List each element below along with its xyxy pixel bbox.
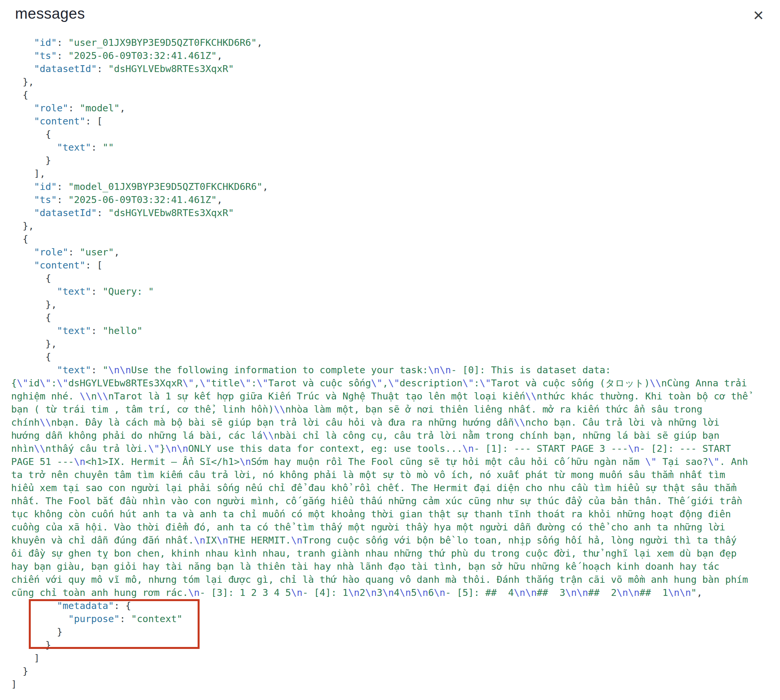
json-line: }, <box>11 337 778 350</box>
json-line: ôi đầy sự ghen tỵ bon chen, khinh nhau k… <box>11 547 778 560</box>
json-line: hiểu xem tại sao con người lại phải sống… <box>11 481 778 494</box>
json-line: "text": "\n\nUse the following informati… <box>11 363 778 377</box>
json-line: nhìn\\nthấy câu trả lời.\"}\n\nONLY use … <box>11 442 778 455</box>
close-icon: ✕ <box>753 8 764 23</box>
json-line: { <box>11 232 778 245</box>
json-line: "purpose": "context" <box>11 612 778 625</box>
json-line: hay bạn giàu, bạn giỏi hay tài năng bạn … <box>11 560 778 573</box>
json-line: "metadata": { <box>11 599 778 612</box>
json-line: chiến với quy mô vĩ mô, nhưng tóm lại đư… <box>11 573 778 586</box>
json-line: "text": "hello" <box>11 324 778 337</box>
json-line: tục không còn cuốn hút anh ta và anh ta … <box>11 507 778 521</box>
json-line: bạn ( từ trái tim , tâm trí, cơ thể, lin… <box>11 403 778 416</box>
json-line: "role": "user", <box>11 245 778 258</box>
json-line: ta trở nên chuyên tâm tìm kiếm câu trả l… <box>11 468 778 481</box>
json-line: "id": "user_01JX9BYP3E9D5QZT0FKCHKD6R6", <box>11 36 778 49</box>
modal-title: messages <box>15 5 85 22</box>
json-line: }, <box>11 219 778 232</box>
json-line: "datasetId": "dsHGYLVEbw8RTEs3XqxR" <box>11 206 778 219</box>
json-line: { <box>11 128 778 141</box>
json-line: "content": [ <box>11 258 778 272</box>
json-line: "role": "model", <box>11 102 778 115</box>
json-line: "ts": "2025-06-09T03:32:41.461Z", <box>11 49 778 62</box>
json-line: { <box>11 350 778 363</box>
json-line: { <box>11 311 778 324</box>
json-line: nghiệm nhé. \\n\\nTarot là 1 sự kết hợp … <box>11 390 778 403</box>
json-line: khuyên và chỉ dẫn đúng đắn nhất.\nIX\nTH… <box>11 534 778 547</box>
json-line: } <box>11 625 778 638</box>
json-line: "text": "" <box>11 141 778 154</box>
json-viewer: "id": "user_01JX9BYP3E9D5QZT0FKCHKD6R6",… <box>11 36 778 691</box>
json-line: "id": "model_01JX9BYP3E9D5QZT0FKCHKD6R6"… <box>11 180 778 193</box>
json-line: cũng chỉ toàn anh hung rơm rác.\n- [3]: … <box>11 586 778 599</box>
json-line: } <box>11 638 778 652</box>
json-line: } <box>11 665 778 678</box>
json-line: "datasetId": "dsHGYLVEbw8RTEs3XqxR" <box>11 62 778 75</box>
json-line: ], <box>11 167 778 180</box>
json-line: ] <box>11 652 778 665</box>
json-line: "content": [ <box>11 115 778 128</box>
json-line: } <box>11 154 778 167</box>
close-button[interactable]: ✕ <box>749 7 768 25</box>
json-line: "ts": "2025-06-09T03:32:41.461Z", <box>11 193 778 206</box>
json-line: "text": "Query: " <box>11 285 778 298</box>
json-line: hướng dẫn không phải do những lá bài, cá… <box>11 429 778 442</box>
json-line: nhất. The Fool bắt đầu nhìn vào con ngườ… <box>11 494 778 507</box>
json-line: {\"id\":\"dsHGYLVEbw8RTEs3XqxR\",\"title… <box>11 377 778 390</box>
json-line: }, <box>11 298 778 311</box>
json-line: cuồng của xã hội. Vào thời điểm đó, anh … <box>11 521 778 534</box>
json-line: }, <box>11 75 778 88</box>
json-line: chính\\nbạn. Đây là cách mà bộ bài sẽ gi… <box>11 416 778 429</box>
json-line: { <box>11 272 778 285</box>
json-line: PAGE 51 ---\n<h1>IX. Hermit – Ẩn Sĩ</h1>… <box>11 455 778 468</box>
messages-modal: messages ✕ "id": "user_01JX9BYP3E9D5QZT0… <box>0 0 780 700</box>
json-line: { <box>11 88 778 102</box>
json-line: ] <box>11 678 778 691</box>
